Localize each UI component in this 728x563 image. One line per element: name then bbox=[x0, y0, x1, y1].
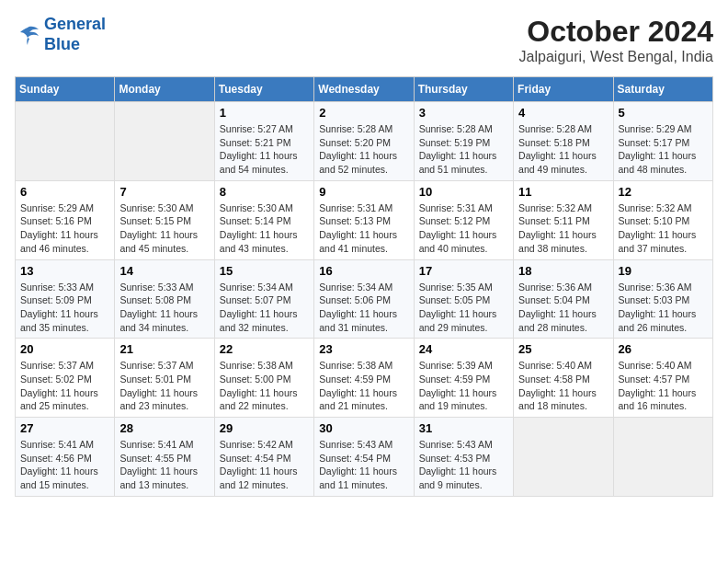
day-info: Sunrise: 5:42 AM Sunset: 4:54 PM Dayligh… bbox=[220, 438, 309, 492]
calendar-cell: 13Sunrise: 5:33 AM Sunset: 5:09 PM Dayli… bbox=[16, 259, 115, 339]
day-number: 26 bbox=[619, 342, 708, 356]
calendar-cell bbox=[613, 418, 712, 497]
calendar-cell: 6Sunrise: 5:29 AM Sunset: 5:16 PM Daylig… bbox=[16, 180, 115, 259]
header-cell-thursday: Thursday bbox=[414, 77, 513, 102]
day-number: 18 bbox=[518, 264, 608, 278]
logo-bird-icon bbox=[15, 24, 40, 46]
day-info: Sunrise: 5:34 AM Sunset: 5:06 PM Dayligh… bbox=[319, 281, 408, 335]
day-info: Sunrise: 5:30 AM Sunset: 5:15 PM Dayligh… bbox=[119, 201, 209, 256]
day-info: Sunrise: 5:30 AM Sunset: 5:14 PM Dayligh… bbox=[220, 201, 309, 256]
day-number: 22 bbox=[220, 342, 309, 356]
header-cell-tuesday: Tuesday bbox=[214, 77, 313, 102]
day-number: 15 bbox=[220, 264, 309, 278]
day-number: 1 bbox=[220, 106, 309, 120]
day-number: 10 bbox=[419, 185, 508, 199]
day-info: Sunrise: 5:36 AM Sunset: 5:04 PM Dayligh… bbox=[518, 281, 608, 335]
day-info: Sunrise: 5:36 AM Sunset: 5:03 PM Dayligh… bbox=[619, 281, 708, 335]
calendar-cell: 5Sunrise: 5:29 AM Sunset: 5:17 PM Daylig… bbox=[613, 102, 712, 181]
day-info: Sunrise: 5:38 AM Sunset: 5:00 PM Dayligh… bbox=[220, 359, 309, 413]
calendar-cell: 21Sunrise: 5:37 AM Sunset: 5:01 PM Dayli… bbox=[115, 339, 214, 418]
logo: General Blue bbox=[15, 15, 106, 54]
calendar-cell bbox=[16, 102, 115, 181]
day-number: 6 bbox=[20, 185, 109, 199]
day-info: Sunrise: 5:29 AM Sunset: 5:17 PM Dayligh… bbox=[619, 122, 708, 177]
calendar-cell: 11Sunrise: 5:32 AM Sunset: 5:11 PM Dayli… bbox=[514, 180, 613, 259]
day-info: Sunrise: 5:41 AM Sunset: 4:55 PM Dayligh… bbox=[119, 438, 209, 492]
header-row: SundayMondayTuesdayWednesdayThursdayFrid… bbox=[16, 77, 713, 102]
calendar-cell bbox=[514, 418, 613, 497]
day-number: 3 bbox=[419, 106, 508, 120]
calendar-cell: 25Sunrise: 5:40 AM Sunset: 4:58 PM Dayli… bbox=[514, 339, 613, 418]
day-number: 24 bbox=[419, 342, 508, 356]
calendar-cell: 1Sunrise: 5:27 AM Sunset: 5:21 PM Daylig… bbox=[214, 102, 313, 181]
day-number: 31 bbox=[419, 421, 508, 435]
header-cell-wednesday: Wednesday bbox=[314, 77, 414, 102]
calendar-body: 1Sunrise: 5:27 AM Sunset: 5:21 PM Daylig… bbox=[16, 102, 713, 497]
calendar-cell: 18Sunrise: 5:36 AM Sunset: 5:04 PM Dayli… bbox=[514, 259, 613, 339]
week-row-3: 13Sunrise: 5:33 AM Sunset: 5:09 PM Dayli… bbox=[16, 259, 713, 339]
calendar-cell: 20Sunrise: 5:37 AM Sunset: 5:02 PM Dayli… bbox=[16, 339, 115, 418]
day-number: 14 bbox=[119, 264, 209, 278]
calendar-cell: 30Sunrise: 5:43 AM Sunset: 4:54 PM Dayli… bbox=[314, 418, 414, 497]
header-cell-saturday: Saturday bbox=[613, 77, 712, 102]
calendar-cell: 26Sunrise: 5:40 AM Sunset: 4:57 PM Dayli… bbox=[613, 339, 712, 418]
day-info: Sunrise: 5:35 AM Sunset: 5:05 PM Dayligh… bbox=[419, 281, 508, 335]
week-row-2: 6Sunrise: 5:29 AM Sunset: 5:16 PM Daylig… bbox=[16, 180, 713, 259]
title-block: October 2024 Jalpaiguri, West Bengal, In… bbox=[519, 15, 713, 65]
calendar-cell: 8Sunrise: 5:30 AM Sunset: 5:14 PM Daylig… bbox=[214, 180, 313, 259]
day-number: 5 bbox=[619, 106, 708, 120]
day-number: 7 bbox=[119, 185, 209, 199]
calendar-cell: 23Sunrise: 5:38 AM Sunset: 4:59 PM Dayli… bbox=[314, 339, 414, 418]
calendar-cell: 12Sunrise: 5:32 AM Sunset: 5:10 PM Dayli… bbox=[613, 180, 712, 259]
day-info: Sunrise: 5:33 AM Sunset: 5:08 PM Dayligh… bbox=[119, 281, 209, 335]
day-number: 2 bbox=[319, 106, 408, 120]
week-row-1: 1Sunrise: 5:27 AM Sunset: 5:21 PM Daylig… bbox=[16, 102, 713, 181]
calendar-cell: 10Sunrise: 5:31 AM Sunset: 5:12 PM Dayli… bbox=[414, 180, 513, 259]
calendar-cell: 17Sunrise: 5:35 AM Sunset: 5:05 PM Dayli… bbox=[414, 259, 513, 339]
page-title: October 2024 bbox=[519, 15, 713, 49]
day-info: Sunrise: 5:28 AM Sunset: 5:20 PM Dayligh… bbox=[319, 122, 408, 177]
day-number: 28 bbox=[119, 421, 209, 435]
page-subtitle: Jalpaiguri, West Bengal, India bbox=[519, 49, 713, 65]
day-info: Sunrise: 5:33 AM Sunset: 5:09 PM Dayligh… bbox=[20, 281, 109, 335]
day-info: Sunrise: 5:39 AM Sunset: 4:59 PM Dayligh… bbox=[419, 359, 508, 413]
day-number: 20 bbox=[20, 342, 109, 356]
day-info: Sunrise: 5:31 AM Sunset: 5:13 PM Dayligh… bbox=[319, 201, 408, 256]
day-number: 8 bbox=[220, 185, 309, 199]
day-number: 19 bbox=[619, 264, 708, 278]
calendar-cell: 29Sunrise: 5:42 AM Sunset: 4:54 PM Dayli… bbox=[214, 418, 313, 497]
calendar-cell: 9Sunrise: 5:31 AM Sunset: 5:13 PM Daylig… bbox=[314, 180, 414, 259]
logo-line1: General bbox=[44, 15, 106, 33]
day-info: Sunrise: 5:27 AM Sunset: 5:21 PM Dayligh… bbox=[220, 122, 309, 177]
day-info: Sunrise: 5:40 AM Sunset: 4:57 PM Dayligh… bbox=[619, 359, 708, 413]
header-cell-friday: Friday bbox=[514, 77, 613, 102]
page-header: General Blue October 2024 Jalpaiguri, We… bbox=[15, 15, 713, 65]
day-info: Sunrise: 5:38 AM Sunset: 4:59 PM Dayligh… bbox=[319, 359, 408, 413]
day-info: Sunrise: 5:28 AM Sunset: 5:18 PM Dayligh… bbox=[518, 122, 608, 177]
calendar-cell: 7Sunrise: 5:30 AM Sunset: 5:15 PM Daylig… bbox=[115, 180, 214, 259]
logo-text: General Blue bbox=[44, 15, 106, 54]
day-info: Sunrise: 5:34 AM Sunset: 5:07 PM Dayligh… bbox=[220, 281, 309, 335]
day-info: Sunrise: 5:43 AM Sunset: 4:54 PM Dayligh… bbox=[319, 438, 408, 492]
day-info: Sunrise: 5:37 AM Sunset: 5:02 PM Dayligh… bbox=[20, 359, 109, 413]
day-info: Sunrise: 5:32 AM Sunset: 5:10 PM Dayligh… bbox=[619, 201, 708, 256]
calendar-cell: 2Sunrise: 5:28 AM Sunset: 5:20 PM Daylig… bbox=[314, 102, 414, 181]
day-number: 13 bbox=[20, 264, 109, 278]
day-info: Sunrise: 5:31 AM Sunset: 5:12 PM Dayligh… bbox=[419, 201, 508, 256]
day-number: 9 bbox=[319, 185, 408, 199]
calendar-cell: 31Sunrise: 5:43 AM Sunset: 4:53 PM Dayli… bbox=[414, 418, 513, 497]
calendar-cell: 3Sunrise: 5:28 AM Sunset: 5:19 PM Daylig… bbox=[414, 102, 513, 181]
day-info: Sunrise: 5:41 AM Sunset: 4:56 PM Dayligh… bbox=[20, 438, 109, 492]
logo-line2: Blue bbox=[44, 35, 80, 53]
day-number: 16 bbox=[319, 264, 408, 278]
day-info: Sunrise: 5:29 AM Sunset: 5:16 PM Dayligh… bbox=[20, 201, 109, 256]
calendar-cell: 19Sunrise: 5:36 AM Sunset: 5:03 PM Dayli… bbox=[613, 259, 712, 339]
day-number: 29 bbox=[220, 421, 309, 435]
header-cell-sunday: Sunday bbox=[16, 77, 115, 102]
day-info: Sunrise: 5:40 AM Sunset: 4:58 PM Dayligh… bbox=[518, 359, 608, 413]
calendar-table: SundayMondayTuesdayWednesdayThursdayFrid… bbox=[15, 76, 713, 497]
day-number: 12 bbox=[619, 185, 708, 199]
calendar-cell: 15Sunrise: 5:34 AM Sunset: 5:07 PM Dayli… bbox=[214, 259, 313, 339]
day-info: Sunrise: 5:28 AM Sunset: 5:19 PM Dayligh… bbox=[419, 122, 508, 177]
day-number: 17 bbox=[419, 264, 508, 278]
